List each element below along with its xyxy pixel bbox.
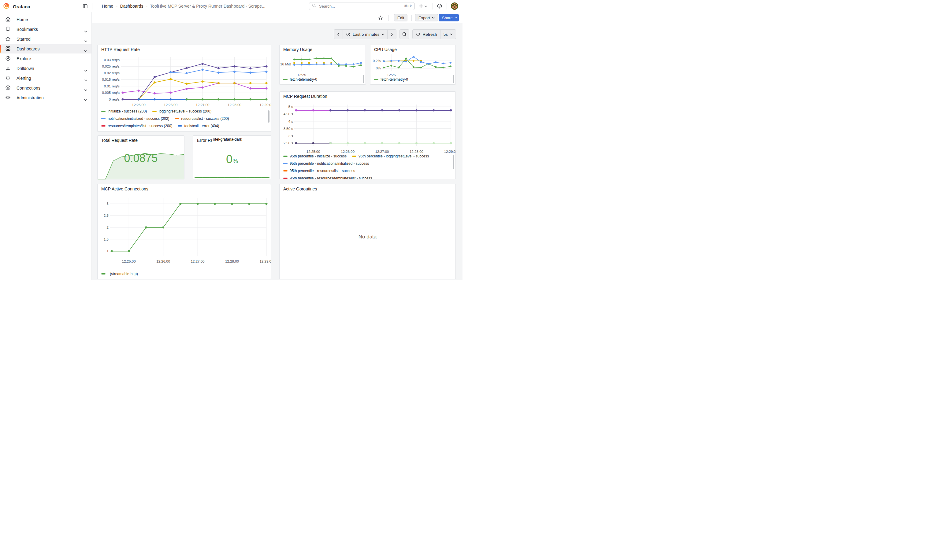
- chevron-down-icon[interactable]: [84, 48, 87, 53]
- svg-text:12:26:00: 12:26:00: [341, 150, 354, 153]
- legend-item[interactable]: 95th percentile - notifications/initiali…: [283, 161, 369, 166]
- legend-item[interactable]: 95th percentile - logging/setLevel - suc…: [352, 154, 429, 158]
- legend-item[interactable]: 95th percentile - resources/list - succe…: [283, 169, 355, 173]
- brand[interactable]: Grafana: [3, 3, 30, 11]
- panel-title[interactable]: HTTP Request Rate: [101, 47, 140, 52]
- legend-scrollbar[interactable]: [268, 110, 270, 123]
- sidebar-item-dashboards[interactable]: Dashboards: [0, 44, 92, 54]
- sidebar-item-starred[interactable]: Starred: [0, 35, 92, 44]
- chevron-down-icon[interactable]: [84, 77, 87, 82]
- sidebar-item-alerting[interactable]: Alerting: [0, 74, 92, 83]
- svg-text:12:25:00: 12:25:00: [132, 103, 146, 107]
- legend-scrollbar[interactable]: [363, 75, 364, 83]
- legend-item[interactable]: - (streamable-http): [101, 272, 138, 276]
- header-divider: [92, 3, 92, 9]
- export-button[interactable]: Export: [415, 14, 438, 21]
- legend-swatch: [175, 118, 179, 119]
- time-controls: Last 5 minutes Refresh 5s: [334, 29, 456, 39]
- mcp-active-connections-chart[interactable]: 12:25:0012:26:0012:27:0012:28:0012:29:00…: [98, 195, 271, 271]
- chevron-down-icon: [455, 17, 457, 19]
- legend-scrollbar[interactable]: [453, 155, 454, 169]
- chevron-down-icon[interactable]: [84, 68, 87, 72]
- zoom-out-icon[interactable]: [399, 29, 409, 39]
- sidebar-item-drilldown[interactable]: Drilldown: [0, 64, 92, 73]
- panel-title[interactable]: MCP Active Connections: [101, 186, 148, 191]
- http-request-rate-chart[interactable]: 12:25:0012:26:0012:27:0012:28:0012:29:00…: [98, 54, 271, 112]
- time-forward-button[interactable]: [387, 30, 396, 39]
- sidebar-item-home[interactable]: Home: [0, 15, 92, 24]
- chevron-down-icon[interactable]: [84, 97, 87, 102]
- refresh-interval-label: 5s: [443, 32, 448, 37]
- breadcrumb-separator: ›: [116, 4, 117, 9]
- chevron-down-icon[interactable]: [84, 29, 87, 33]
- memory-usage-chart[interactable]: 12:2516 MiB: [280, 52, 366, 80]
- panel-mcp-active-connections: MCP Active Connections 12:25:0012:26:001…: [97, 184, 271, 279]
- legend-label: 95th percentile - initialize - success: [290, 154, 346, 158]
- sidebar-item-administration[interactable]: Administration: [0, 93, 92, 102]
- search-icon: [312, 3, 316, 9]
- panel-cpu-usage: CPU Usage 12:250.2%0% fetch-telemetry-0: [370, 45, 456, 85]
- legend-item[interactable]: resources/templates/list - success (200): [101, 124, 172, 128]
- panel-title[interactable]: CPU Usage: [374, 47, 397, 52]
- panel-title[interactable]: MCP Request Duration: [283, 94, 327, 99]
- cpu-usage-chart[interactable]: 12:250.2%0%: [371, 52, 455, 80]
- chevron-down-icon[interactable]: [84, 87, 87, 92]
- edit-button[interactable]: Edit: [394, 14, 407, 21]
- svg-text:12:25:00: 12:25:00: [306, 150, 320, 153]
- legend-item[interactable]: tools/call - error (404): [178, 124, 219, 128]
- side-nav: Home Bookmarks Starred Dashboards Explor…: [0, 12, 92, 280]
- search-box[interactable]: ⌘+k: [309, 2, 415, 10]
- time-range-picker[interactable]: Last 5 minutes: [343, 30, 387, 39]
- legend-label: resources/list - success (200): [181, 116, 229, 121]
- legend-item[interactable]: notifications/initialized - success (202…: [101, 116, 169, 121]
- legend-scrollbar[interactable]: [453, 75, 454, 83]
- legend-swatch: [152, 111, 157, 112]
- sidebar-item-connections[interactable]: Connections: [0, 83, 92, 93]
- legend-item[interactable]: fetch-telemetry-0: [374, 77, 408, 82]
- add-button[interactable]: [419, 3, 427, 9]
- actions-divider: [411, 15, 412, 21]
- legend-item[interactable]: logging/setLevel - success (200): [152, 109, 211, 113]
- breadcrumb-dashboards[interactable]: Dashboards: [120, 4, 143, 9]
- breadcrumb-separator: ›: [146, 4, 147, 9]
- panel-title[interactable]: Total Request Rate: [101, 138, 138, 143]
- share-menu-chevron[interactable]: [453, 14, 459, 21]
- chevron-down-icon[interactable]: [84, 38, 87, 43]
- sidebar-item-label: Administration: [17, 95, 44, 100]
- search-input[interactable]: [318, 4, 402, 9]
- legend-swatch: [374, 79, 378, 80]
- time-back-button[interactable]: [334, 30, 343, 39]
- legend-swatch: [101, 111, 105, 112]
- legend-item[interactable]: fetch-telemetry-0: [283, 77, 317, 82]
- refresh-interval-picker[interactable]: 5s: [440, 30, 456, 39]
- svg-text:0.025 req/s: 0.025 req/s: [102, 65, 120, 68]
- panel-title[interactable]: Memory Usage: [283, 47, 312, 52]
- svg-text:0.005 req/s: 0.005 req/s: [102, 91, 120, 95]
- legend-item[interactable]: initialize - success (200): [101, 109, 147, 113]
- legend-item[interactable]: 95th percentile - initialize - success: [283, 154, 346, 158]
- bell-icon: [5, 75, 11, 82]
- svg-text:12:29:00: 12:29:00: [260, 260, 271, 263]
- legend-label: fetch-telemetry-0: [381, 77, 408, 82]
- breadcrumb-current: ToolHive MCP Server & Proxy Runner Dashb…: [150, 4, 265, 9]
- legend-item[interactable]: resources/list - success (200): [175, 116, 229, 121]
- legend-item[interactable]: 95th percentile - resources/templates/li…: [283, 176, 372, 179]
- legend-label: fetch-telemetry-0: [290, 77, 317, 82]
- avatar[interactable]: [451, 3, 458, 10]
- favorite-star-icon[interactable]: [378, 15, 383, 21]
- svg-text:0.2%: 0.2%: [373, 59, 381, 63]
- sidebar-item-bookmarks[interactable]: Bookmarks: [0, 25, 92, 34]
- svg-text:0.03 req/s: 0.03 req/s: [104, 58, 120, 62]
- panel-title[interactable]: Active Goroutines: [283, 186, 317, 191]
- mcp-request-duration-chart[interactable]: 12:25:0012:26:0012:27:0012:28:0012:29:00…: [280, 101, 455, 160]
- help-icon[interactable]: [437, 3, 442, 9]
- chevron-down-icon: [381, 33, 384, 35]
- grafana-logo-icon: [3, 3, 9, 11]
- svg-text:0.015 req/s: 0.015 req/s: [102, 78, 120, 81]
- sidebar-toggle-icon[interactable]: [83, 4, 88, 9]
- refresh-button[interactable]: Refresh: [413, 30, 440, 39]
- breadcrumb-home[interactable]: Home: [102, 4, 113, 9]
- svg-text:12:28:00: 12:28:00: [227, 103, 241, 107]
- legend-label: initialize - success (200): [108, 109, 147, 113]
- sidebar-item-explore[interactable]: Explore: [0, 54, 92, 63]
